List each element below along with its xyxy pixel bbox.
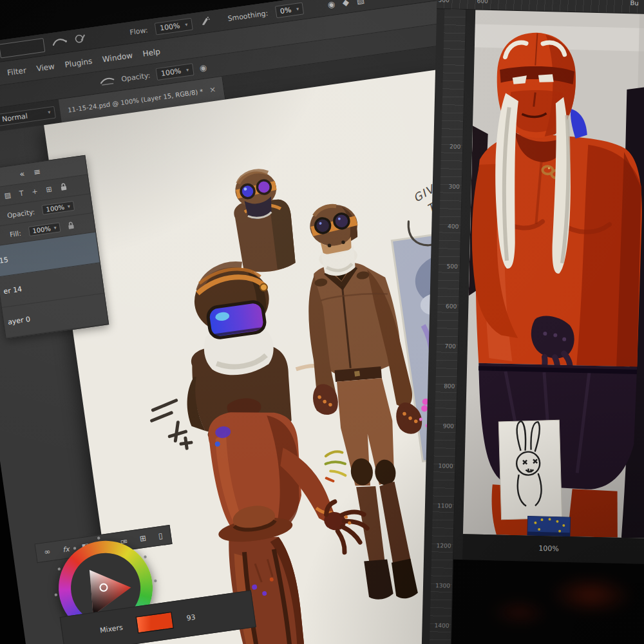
desk-surface [451, 560, 644, 644]
symmetry-icon[interactable]: ▧ [356, 0, 365, 5]
mixers-label: Mixers [99, 623, 123, 634]
reference-window: 500 600 Bu 200 300 400 500 600 700 800 9… [422, 0, 644, 644]
ruler-number: 500 [439, 263, 458, 270]
tool-preset-combo[interactable] [0, 37, 45, 58]
lock-type-icon[interactable]: T [19, 189, 24, 198]
photographed-screen: Flow: 100%▾ Smoothing: 0%▾ ◉ ◆ ▧ Filter … [0, 0, 644, 644]
ruler-number: 1400 [430, 622, 449, 629]
charcoal-scribbles [149, 399, 192, 453]
panel-menu-icon[interactable]: ≡ [33, 167, 41, 177]
fill-label: Fill: [9, 229, 21, 238]
collapse-panel-icon[interactable]: « [19, 169, 25, 179]
lock-position-icon[interactable]: + [32, 187, 39, 196]
airbrush-icon[interactable] [199, 15, 211, 29]
ruler-number: 400 [439, 223, 459, 230]
fill-lock-icon[interactable] [68, 221, 75, 231]
ruler-number: 700 [437, 343, 456, 350]
layer-list: 15 er 14 ayer 0 [0, 232, 108, 339]
bunny-doodle-card [498, 420, 562, 520]
zoomed-canvas[interactable] [463, 10, 644, 538]
lock-artboard-icon[interactable]: ⊞ [46, 185, 53, 194]
ruler-number: 500 [439, 0, 450, 3]
ruler-number: 1300 [431, 582, 450, 589]
flag-thumbnail [527, 516, 571, 537]
mixer-value: 93 [186, 612, 196, 622]
brush-angle-icon[interactable]: ◆ [342, 0, 350, 7]
panel-opacity-label: Opacity: [6, 207, 35, 219]
panel-title-fragment: Bu [630, 0, 638, 6]
menu-window[interactable]: Window [102, 50, 133, 63]
flow-combo[interactable]: 100%▾ [155, 18, 193, 35]
ruler-number: 300 [440, 183, 460, 190]
ruler-number: 800 [435, 383, 455, 390]
menu-filter[interactable]: Filter [6, 66, 26, 77]
current-color-swatch[interactable] [136, 612, 174, 634]
zoom-indicator[interactable]: 100% [538, 544, 559, 553]
blend-mode-combo[interactable]: Normal▾ [0, 106, 56, 126]
fill-combo[interactable]: 100%▾ [28, 222, 61, 236]
delete-layer-icon[interactable]: ▯ [158, 531, 163, 541]
ruler-number: 600 [477, 0, 488, 5]
ruler-number: 200 [441, 143, 460, 150]
smoothing-combo[interactable]: 0%▾ [275, 2, 305, 18]
ruler-number: 600 [437, 303, 457, 310]
close-tab-icon[interactable]: × [209, 85, 216, 95]
red-character-art [463, 10, 644, 538]
opacity-combo[interactable]: 100%▾ [156, 63, 194, 80]
menu-view[interactable]: View [36, 62, 55, 73]
brush-preset-icon[interactable] [99, 74, 116, 89]
pressure-opacity-icon[interactable]: ◉ [199, 63, 207, 72]
flow-label: Flow: [129, 26, 149, 37]
menu-help[interactable]: Help [142, 46, 161, 58]
pressure-size-icon[interactable]: ◉ [327, 0, 336, 9]
menu-plugins[interactable]: Plugins [64, 56, 93, 69]
opacity-label: Opacity: [121, 71, 151, 83]
ruler-number: 1200 [431, 542, 451, 549]
ruler-number: 1100 [433, 502, 452, 509]
pen-pressure-icon[interactable] [74, 32, 88, 46]
sketch-pilot-bust-small [229, 167, 298, 276]
lock-all-icon[interactable] [60, 182, 68, 193]
lock-pixels-icon[interactable]: ▨ [4, 191, 12, 200]
link-layers-icon[interactable]: ∞ [43, 547, 51, 556]
panel-opacity-combo[interactable]: 100%▾ [42, 201, 75, 215]
ruler-number: 900 [435, 422, 454, 430]
brush-stroke-icon [51, 35, 68, 50]
ruler-number: 1000 [433, 462, 453, 469]
smoothing-label: Smoothing: [227, 9, 269, 23]
